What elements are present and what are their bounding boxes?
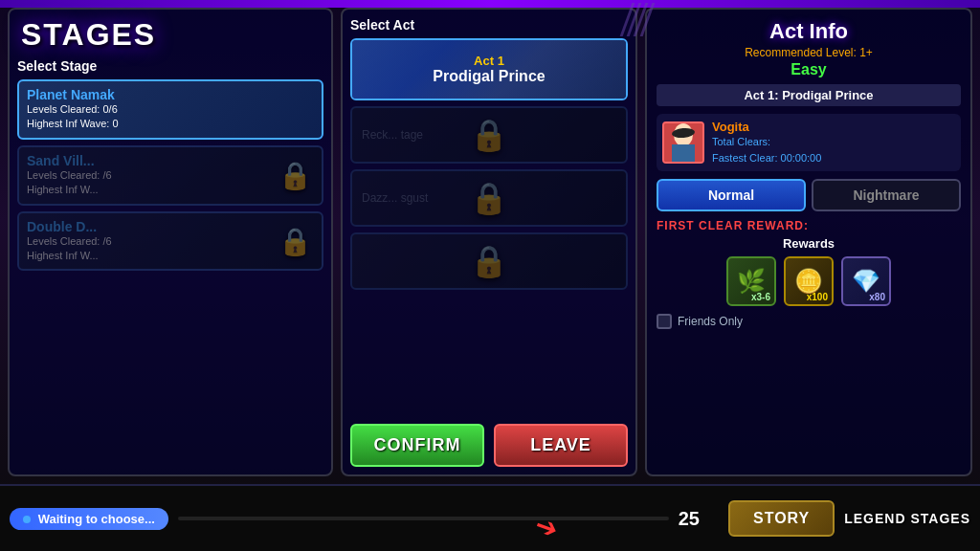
waiting-dot (23, 516, 31, 523)
act-item-3: Dazz... sgust 🔒 (350, 169, 628, 227)
action-buttons: CONFIRM LEAVE (350, 416, 628, 467)
reward-item-green: 🌿 x3-6 (726, 256, 776, 306)
reward-count-gold: x100 (807, 292, 828, 302)
highest-inf-label: Highest Inf W... (27, 250, 99, 261)
lock-icon: 🔒 (470, 117, 508, 153)
levels-cleared-value: /6 (103, 235, 112, 247)
levels-cleared-label: Levels Cleared: (27, 103, 100, 115)
act-info-title: Act Info (657, 19, 961, 44)
levels-cleared-value: /6 (103, 169, 112, 181)
recommended-level: Recommended Level: 1+ (657, 46, 961, 59)
lock-icon: 🔒 (470, 180, 508, 216)
difficulty-label: Easy (657, 61, 961, 78)
act-label-overlay: Reck... tage (362, 128, 423, 142)
act-item-4: 🔒 (350, 232, 628, 290)
rewards-row: 🌿 x3-6 🪙 x100 💎 x80 (657, 256, 961, 306)
player-row: Vogita Total Clears: Fastest Clear: 00:0… (657, 114, 961, 171)
diagonal-decoration (626, 0, 655, 38)
reward-item-gold: 🪙 x100 (784, 256, 834, 306)
fastest-clear-label: Fastest Clear: (712, 152, 777, 164)
stage-item-double-d: Double D... Levels Cleared: /6 Highest I… (17, 211, 323, 272)
reward-icon-gold: 🪙 (794, 268, 823, 295)
act-subtitle: Act 1: Prodigal Prince (657, 84, 961, 106)
leave-button[interactable]: LEAVE (494, 424, 628, 467)
total-clears-label: Total Clears: (712, 136, 770, 147)
normal-button[interactable]: Normal (657, 179, 806, 211)
bottom-bar: Waiting to choose... 25 STORY LEGEND STA… (0, 484, 980, 551)
levels-cleared-label: Levels Cleared: (27, 169, 100, 181)
reward-item-gem: 💎 x80 (841, 256, 891, 306)
lock-icon: 🔒 (470, 243, 508, 279)
stage-info: Levels Cleared: 0/6 Highest Inf Wave: 0 (27, 102, 314, 132)
lock-icon: 🔒 (278, 225, 312, 256)
confirm-button[interactable]: CONFIRM (350, 424, 484, 467)
levels-cleared-label: Levels Cleared: (27, 235, 100, 247)
highest-inf-label: Highest Inf Wave: (27, 118, 109, 129)
friends-only-checkbox[interactable] (657, 314, 672, 329)
highest-inf-label: Highest Inf W... (27, 184, 99, 195)
fastest-clear-value: 00:00:00 (781, 152, 822, 164)
levels-cleared-value: 0/6 (103, 103, 118, 115)
avatar (662, 121, 704, 164)
stage-info: Levels Cleared: /6 Highest Inf W... (27, 234, 314, 264)
select-act-label: Select Act (350, 17, 628, 33)
friends-only-row: Friends Only (657, 314, 961, 329)
main-container: STAGES Select Stage Planet Namak Levels … (0, 0, 980, 551)
rewards-label: Rewards (657, 236, 961, 251)
player-stats: Total Clears: Fastest Clear: 00:00:00 (712, 134, 955, 165)
bottom-progress (178, 517, 669, 520)
story-button[interactable]: STORY (728, 500, 835, 537)
act-label-overlay: Dazz... sgust (362, 191, 428, 205)
act-item-1[interactable]: Act 1 Prodigal Prince (350, 38, 628, 100)
content-area: STAGES Select Stage Planet Namak Levels … (0, 0, 980, 484)
stage-name: Double D... (27, 219, 314, 234)
act-name: Prodigal Prince (433, 68, 545, 85)
waiting-label: Waiting to choose... (38, 512, 155, 526)
stage-info: Levels Cleared: /6 Highest Inf W... (27, 168, 314, 198)
nightmare-button[interactable]: Nightmare (812, 179, 961, 211)
stage-name: Planet Namak (27, 87, 314, 102)
arrow-icon: ➔ (531, 509, 563, 546)
first-clear-label: FIRST CLEAR REWARD: (657, 219, 961, 232)
friends-only-label: Friends Only (678, 315, 743, 328)
stage-item-planet-namak[interactable]: Planet Namak Levels Cleared: 0/6 Highest… (17, 79, 323, 140)
lock-icon: 🔒 (278, 160, 312, 191)
right-panel: Act Info Recommended Level: 1+ Easy Act … (645, 8, 972, 476)
stage-item-sand-vill: Sand Vill... Levels Cleared: /6 Highest … (17, 145, 323, 206)
reward-count-gem: x80 (869, 292, 885, 302)
reward-icon-green: 🌿 (737, 268, 766, 295)
reward-count-green: x3-6 (751, 292, 770, 302)
page-title: STAGES (17, 17, 323, 53)
svg-rect-2 (672, 144, 695, 164)
highest-inf-value: 0 (112, 118, 118, 129)
player-info: Vogita Total Clears: Fastest Clear: 00:0… (712, 120, 955, 165)
difficulty-buttons: Normal Nightmare (657, 179, 961, 211)
select-stage-label: Select Stage (17, 58, 323, 74)
act-item-2: Reck... tage 🔒 (350, 106, 628, 164)
reward-icon-gem: 💎 (852, 268, 880, 295)
waiting-badge: Waiting to choose... (10, 508, 168, 530)
left-panel: STAGES Select Stage Planet Namak Levels … (8, 8, 333, 476)
middle-panel: Select Act Act 1 Prodigal Prince Reck...… (341, 8, 637, 476)
count-badge: 25 (679, 508, 700, 530)
act-number: Act 1 (433, 54, 545, 68)
player-name: Vogita (712, 120, 955, 134)
legend-stages-button[interactable]: LEGEND STAGES (844, 511, 970, 526)
stage-name: Sand Vill... (27, 153, 314, 168)
